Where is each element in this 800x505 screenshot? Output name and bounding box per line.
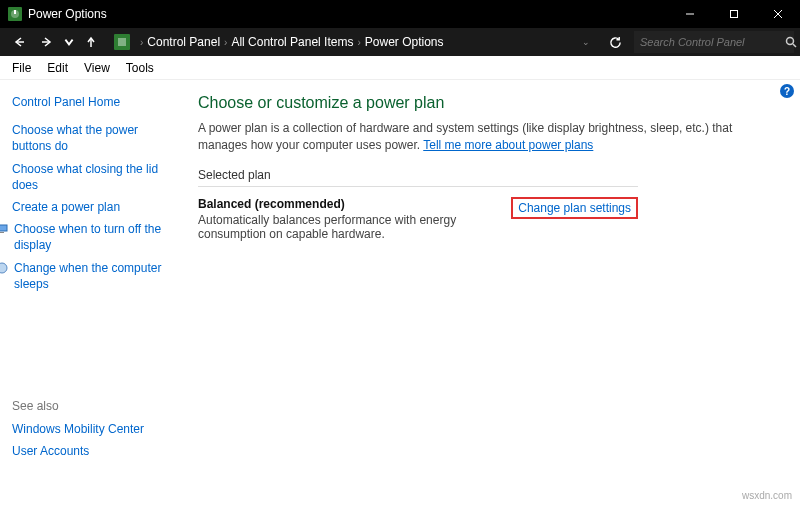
see-also-mobility[interactable]: Windows Mobility Center (12, 421, 144, 437)
chevron-right-icon: › (224, 37, 227, 48)
see-also-user-accounts[interactable]: User Accounts (12, 443, 144, 459)
learn-more-link[interactable]: Tell me more about power plans (423, 138, 593, 152)
menu-tools[interactable]: Tools (118, 58, 162, 78)
help-icon[interactable]: ? (780, 84, 794, 98)
chevron-right-icon: › (140, 37, 143, 48)
sidebar-home[interactable]: Control Panel Home (12, 94, 172, 110)
menu-file[interactable]: File (4, 58, 39, 78)
breadcrumb-cp[interactable]: Control Panel (147, 35, 220, 49)
search-box[interactable] (634, 31, 794, 53)
svg-line-11 (793, 44, 796, 47)
recent-dropdown[interactable] (62, 31, 76, 53)
breadcrumb-all[interactable]: All Control Panel Items (231, 35, 353, 49)
svg-point-14 (0, 263, 7, 273)
window-title: Power Options (28, 7, 668, 21)
titlebar: Power Options (0, 0, 800, 28)
sidebar-link-closing-lid[interactable]: Choose what closing the lid does (12, 161, 172, 193)
sidebar-link-power-buttons[interactable]: Choose what the power buttons do (12, 122, 172, 154)
control-panel-icon (114, 34, 130, 50)
chevron-right-icon: › (357, 37, 360, 48)
sleep-icon (0, 262, 8, 274)
sidebar: Control Panel Home Choose what the power… (0, 80, 180, 505)
svg-rect-13 (0, 232, 4, 233)
plan-row: Balanced (recommended) Automatically bal… (198, 197, 638, 241)
page-description: A power plan is a collection of hardware… (198, 120, 770, 154)
minimize-button[interactable] (668, 0, 712, 28)
back-button[interactable] (6, 31, 32, 53)
close-button[interactable] (756, 0, 800, 28)
search-icon[interactable] (785, 36, 797, 48)
svg-rect-9 (118, 38, 126, 46)
selected-plan-header: Selected plan (198, 168, 638, 187)
maximize-button[interactable] (712, 0, 756, 28)
forward-button[interactable] (34, 31, 60, 53)
up-button[interactable] (78, 31, 104, 53)
menubar: File Edit View Tools (0, 56, 800, 80)
page-heading: Choose or customize a power plan (198, 94, 770, 112)
search-input[interactable] (634, 36, 785, 48)
see-also-header: See also (12, 399, 144, 413)
refresh-button[interactable] (602, 31, 628, 53)
plan-name: Balanced (recommended) (198, 197, 511, 211)
change-plan-settings-link[interactable]: Change plan settings (511, 197, 638, 219)
svg-rect-3 (731, 11, 738, 18)
breadcrumb[interactable]: › Control Panel › All Control Panel Item… (110, 31, 596, 53)
content: Control Panel Home Choose what the power… (0, 80, 800, 505)
sidebar-link-create-plan[interactable]: Create a power plan (12, 199, 172, 215)
sidebar-link-turn-off-display[interactable]: Choose when to turn off the display (14, 221, 172, 253)
see-also: See also Windows Mobility Center User Ac… (12, 399, 144, 465)
navbar: › Control Panel › All Control Panel Item… (0, 28, 800, 56)
plan-description: Automatically balances performance with … (198, 213, 511, 241)
sidebar-link-computer-sleeps[interactable]: Change when the computer sleeps (14, 260, 172, 292)
menu-view[interactable]: View (76, 58, 118, 78)
main-panel: ? Choose or customize a power plan A pow… (180, 80, 800, 505)
display-icon (0, 223, 8, 235)
watermark: wsxdn.com (742, 490, 792, 501)
svg-point-10 (787, 38, 794, 45)
breadcrumb-dropdown[interactable]: ⌄ (576, 37, 596, 47)
svg-rect-1 (14, 10, 16, 14)
breadcrumb-page[interactable]: Power Options (365, 35, 444, 49)
svg-rect-12 (0, 225, 7, 231)
app-icon (8, 7, 22, 21)
menu-edit[interactable]: Edit (39, 58, 76, 78)
